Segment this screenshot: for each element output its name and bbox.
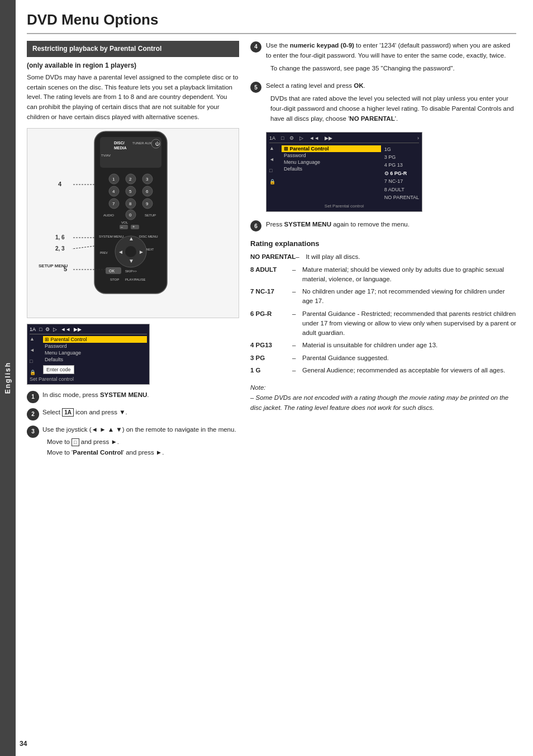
enter-code-box: Enter code: [43, 365, 74, 374]
step-5-bold: OK: [354, 82, 363, 89]
menu-footer-small: Set Parental control: [30, 376, 147, 382]
step-5-num: 5: [250, 82, 261, 93]
step-1-bold: SYSTEM MENU: [100, 391, 147, 398]
svg-text:SETUP MENU: SETUP MENU: [39, 263, 68, 268]
svg-line-55: [72, 246, 94, 249]
svg-text:8: 8: [129, 201, 132, 206]
left-column: Restricting playback by Parental Control…: [27, 41, 239, 462]
svg-text:OK: OK: [109, 269, 115, 273]
svg-text:PLAY/PAUSE: PLAY/PAUSE: [125, 278, 145, 281]
svg-text:MEDIA: MEDIA: [114, 146, 127, 150]
rating-desc-7nc17: No children under age 17; not recommende…: [302, 287, 516, 306]
svg-text:0: 0: [129, 212, 132, 218]
icon-col-large: ▲◄□🔒: [269, 145, 278, 202]
rating-3pg: 3 PG: [384, 153, 419, 161]
step-4-bold: numeric keypad (0-9): [290, 42, 354, 49]
step-1-content: In disc mode, press SYSTEM MENU.: [42, 390, 239, 400]
rating-label-6pgr: 6 PG-R: [250, 309, 292, 338]
rating-dash-4pg13: –: [292, 341, 302, 350]
step-4-content: Use the numeric keypad (0-9) to enter '1…: [266, 41, 516, 73]
step-1-num: 1: [27, 391, 39, 403]
step-1-suffix: .: [147, 391, 149, 398]
step-1: 1 In disc mode, press SYSTEM MENU.: [27, 390, 239, 403]
body-text: Some DVDs may have a parental level assi…: [27, 73, 239, 122]
svg-text:▲: ▲: [129, 235, 134, 242]
step-3-content: Use the joystick (◄ ► ▲ ▼) on the remote…: [42, 425, 239, 457]
svg-text:4: 4: [58, 181, 62, 187]
svg-text:PREV: PREV: [100, 251, 108, 254]
svg-text:2, 3: 2, 3: [55, 245, 65, 252]
rating-label-7nc17: 7 NC-17: [250, 287, 292, 306]
step-4-note: To change the password, see page 35 "Cha…: [270, 64, 516, 74]
svg-text:⏻: ⏻: [155, 141, 160, 147]
page-number: 34: [20, 740, 27, 748]
step-2-middle: icon and press: [74, 409, 119, 415]
menu-item-language-large: Menu Language: [282, 159, 381, 166]
step-6-bold: SYSTEM MENU: [284, 221, 331, 228]
svg-text:6: 6: [146, 189, 149, 194]
svg-text:◄: ◄: [118, 249, 123, 255]
rating-label-4pg13: 4 PG13: [250, 341, 292, 350]
menu-screenshot-large: 1A□⚙▷◄◄▶▶› ▲◄□🔒 ⊞ Parental Control Passw…: [266, 132, 422, 212]
step-5: 5 Select a rating level and press OK. DV…: [250, 81, 516, 124]
svg-text:1: 1: [112, 177, 115, 182]
rating-dash-6pgr: –: [292, 309, 302, 338]
svg-text:AUDIO: AUDIO: [103, 214, 114, 217]
sidebar-label: English: [4, 362, 12, 394]
step-6-prefix: Press: [266, 221, 284, 228]
sub1-icon: □: [72, 438, 79, 446]
step-2-num: 2: [27, 408, 39, 420]
sub2-bold: Parental Control: [73, 449, 122, 456]
svg-text:STOP: STOP: [110, 278, 119, 281]
page-title: DVD Menu Options: [27, 11, 516, 34]
menu-main-large: ▲◄□🔒 ⊞ Parental Control Password Menu La…: [269, 145, 419, 202]
rating-3pg: 3 PG – Parental Guidance suggested.: [250, 353, 516, 363]
step-2-icon: 1A: [62, 408, 74, 417]
menu-screenshot-small-area: 1A□⚙▷◄◄▶▶ ▲◄□🔒 ⊞ Parental Control Passwo…: [27, 324, 239, 385]
step-2-prefix: Select: [42, 409, 62, 415]
menu-item-language: Menu Language: [43, 349, 147, 356]
step-2-arrow: ▼: [119, 409, 125, 415]
rating-desc-4pg13: Material is unsuitable for children unde…: [302, 341, 516, 350]
step-2-content: Select 1A icon and press ▼.: [42, 408, 239, 417]
step-3-text: Use the joystick (◄ ► ▲ ▼) on the remote…: [42, 426, 236, 433]
rating-7nc17: 7 NC-17: [384, 177, 419, 185]
rating-dash-8adult: –: [292, 265, 302, 285]
svg-text:SETUP: SETUP: [145, 214, 156, 217]
rating-desc-noparental: It will play all discs.: [306, 252, 516, 262]
rating-label-1g: 1 G: [250, 366, 292, 375]
menu-screenshot-small: 1A□⚙▷◄◄▶▶ ▲◄□🔒 ⊞ Parental Control Passwo…: [27, 324, 150, 385]
rating-dash-noparental: –: [296, 252, 306, 262]
menu-item-defaults-large: Defaults: [282, 166, 381, 172]
svg-point-39: [125, 246, 136, 257]
step-5-dot: .: [364, 82, 365, 89]
step-6-content: Press SYSTEM MENU again to remove the me…: [266, 220, 410, 230]
svg-text:4: 4: [112, 189, 115, 194]
step-4: 4 Use the numeric keypad (0-9) to enter …: [250, 41, 516, 73]
rating-noparental: NO PARENTAL: [384, 193, 419, 201]
step-4-num: 4: [250, 41, 261, 53]
rating-no-parental: NO PARENTAL – It will play all discs.: [250, 252, 516, 262]
rating-8adult: 8 ADULT – Mature material; should be vie…: [250, 265, 516, 285]
remote-illustration: DISC/ MEDIA TUNER AUX/OPT ⏻ TV/AV 1 2: [27, 128, 239, 318]
svg-text:1, 6: 1, 6: [55, 234, 65, 240]
step-1-prefix: In disc mode, press: [42, 391, 100, 398]
menu-item-defaults: Defaults: [43, 356, 147, 363]
menu-item-parental-large: ⊞ Parental Control: [282, 145, 381, 152]
svg-text:TUNER: TUNER: [132, 141, 144, 145]
step-3-sub: Move to □ and press ►. Move to 'Parental…: [47, 437, 239, 457]
svg-text:NEXT: NEXT: [146, 248, 154, 251]
rating-7nc17: 7 NC-17 – No children under age 17; not …: [250, 287, 516, 306]
svg-text:DISC/: DISC/: [114, 141, 125, 145]
rating-dash-7nc17: –: [292, 287, 302, 306]
rating-desc-8adult: Mature material; should be viewed only b…: [302, 265, 516, 285]
rating-6pgr: ⊙ 6 PG-R: [384, 169, 419, 177]
step-6-rest: again to remove the menu.: [331, 221, 410, 228]
menu-footer-large: Set Parental control: [269, 204, 419, 209]
rating-desc-6pgr: Parental Guidance - Restricted; recommen…: [302, 309, 516, 338]
menu-content-small: ▲◄□🔒 ⊞ Parental Control Password Menu La…: [30, 336, 147, 375]
step-6-num: 6: [250, 220, 261, 231]
no-parental-bold: NO PARENTAL: [349, 115, 394, 122]
note-body: – Some DVDs are not encoded with a ratin…: [250, 393, 516, 413]
rating-title: Rating explanations: [250, 239, 516, 248]
